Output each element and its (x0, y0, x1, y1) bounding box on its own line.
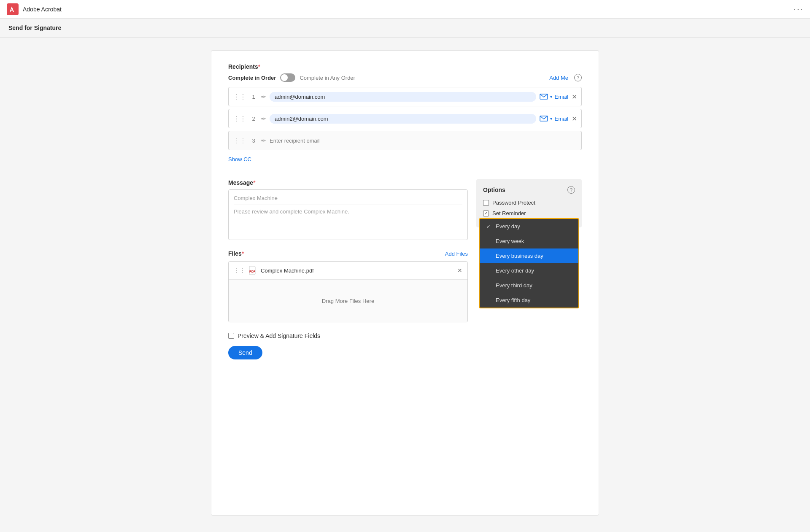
message-box[interactable]: Complex Machine Please review and comple… (228, 189, 468, 240)
set-reminder-section: Set Reminder ✓ Every day Every week (483, 210, 575, 216)
bottom-section: Preview & Add Signature Fields Send (228, 332, 468, 359)
reminder-label-every-other-day: Every other day (496, 267, 534, 274)
recipients-label: Recipients (228, 63, 258, 70)
checkmark-icon: ✓ (486, 224, 492, 230)
svg-text:PDF: PDF (249, 270, 256, 273)
drag-handle-icon-3: ⋮⋮ (233, 137, 246, 145)
app-title: Adobe Acrobat (23, 6, 62, 13)
reminder-item-every-business-day[interactable]: Every business day (480, 248, 578, 263)
options-panel: Options ? Password Protect Set Reminder (476, 179, 582, 227)
complete-in-order-label: Complete in Order (228, 75, 276, 81)
set-reminder-checkbox[interactable] (483, 211, 489, 216)
recipients-section: Recipients* Complete in Order Complete i… (228, 63, 582, 171)
recipient-email-chip-2[interactable]: admin2@domain.com (270, 114, 536, 124)
reminder-label-every-day: Every day (496, 223, 520, 230)
recipient-row-1: ⋮⋮ 1 ✒ admin@domain.com ▾ Email ✕ (228, 87, 582, 106)
required-indicator: * (258, 63, 260, 70)
reminder-item-every-other-day[interactable]: Every other day (480, 263, 578, 278)
show-cc-link[interactable]: Show CC (228, 156, 251, 162)
page-header: Send for Signature (0, 19, 810, 38)
titlebar: Adobe Acrobat ··· (0, 0, 810, 19)
recipient-type-label-2: Email (554, 116, 568, 122)
reminder-dropdown: ✓ Every day Every week Every business da… (479, 218, 579, 308)
files-area: ⋮⋮ PDF Complex Machine.pdf ✕ Drag More F… (228, 261, 468, 322)
files-required: * (242, 250, 244, 257)
preview-label: Preview & Add Signature Fields (238, 332, 320, 339)
recipient-number-3: 3 (250, 138, 257, 144)
pdf-icon: PDF (249, 266, 257, 275)
files-header: Files* Add Files (228, 250, 468, 257)
options-title: Options (483, 186, 505, 193)
add-me-help-icon[interactable]: ? (574, 74, 582, 81)
message-section: Message* Complex Machine Please review a… (228, 179, 468, 240)
acrobat-logo-icon (7, 3, 19, 15)
file-row-1: ⋮⋮ PDF Complex Machine.pdf ✕ (229, 262, 467, 280)
complete-order-row: Complete in Order Complete in Any Order … (228, 73, 582, 82)
reminder-label-every-fifth-day: Every fifth day (496, 297, 530, 303)
set-reminder-label: Set Reminder (492, 210, 526, 216)
recipient-type-1[interactable]: ▾ Email (540, 94, 568, 100)
options-header: Options ? (483, 186, 575, 194)
recipient-type-label-1: Email (554, 94, 568, 100)
add-me-link[interactable]: Add Me (549, 75, 568, 81)
recipient-row-2: ⋮⋮ 2 ✒ admin2@domain.com ▾ Email ✕ (228, 109, 582, 128)
add-files-link[interactable]: Add Files (445, 251, 468, 257)
page-title: Send for Signature (8, 24, 61, 31)
email-icon-1 (540, 94, 548, 100)
preview-row: Preview & Add Signature Fields (228, 332, 468, 339)
message-label: Message (228, 179, 253, 186)
recipient-email-input-3[interactable] (270, 138, 577, 144)
recipient-number-1: 1 (250, 94, 257, 100)
reminder-label-every-third-day: Every third day (496, 282, 532, 289)
recipient-type-2[interactable]: ▾ Email (540, 116, 568, 122)
recipient-email-chip-1[interactable]: admin@domain.com (270, 92, 536, 102)
set-reminder-row: Set Reminder (483, 210, 575, 216)
titlebar-left: Adobe Acrobat (7, 3, 62, 15)
main-content: Recipients* Complete in Order Complete i… (0, 38, 810, 532)
remove-recipient-2[interactable]: ✕ (572, 115, 577, 123)
email-icon-2 (540, 116, 548, 122)
message-required: * (253, 179, 255, 186)
options-help-icon[interactable]: ? (567, 186, 575, 194)
reminder-item-every-day[interactable]: ✓ Every day (480, 219, 578, 234)
type-chevron-2: ▾ (550, 116, 552, 121)
message-subject: Complex Machine (234, 195, 462, 205)
password-protect-checkbox[interactable] (483, 200, 489, 206)
toggle-knob (281, 74, 288, 81)
pen-icon-1: ✒ (261, 93, 266, 101)
recipient-number-2: 2 (250, 116, 257, 122)
recipient-row-3: ⋮⋮ 3 ✒ (228, 131, 582, 150)
complete-order-toggle[interactable] (280, 73, 295, 82)
drag-more-label: Drag More Files Here (322, 298, 374, 304)
pen-icon-2: ✒ (261, 115, 266, 123)
recipients-header: Recipients* (228, 63, 582, 70)
file-name: Complex Machine.pdf (261, 267, 454, 274)
file-close-button[interactable]: ✕ (457, 267, 462, 274)
type-chevron-1: ▾ (550, 95, 552, 99)
files-label: Files (228, 250, 242, 257)
message-options-wrapper: Message* Complex Machine Please review a… (228, 179, 582, 359)
files-section: Files* Add Files ⋮⋮ PDF Complex Machine.… (228, 250, 468, 322)
more-options-button[interactable]: ··· (794, 4, 803, 14)
password-protect-row: Password Protect (483, 200, 575, 206)
pen-icon-3: ✒ (261, 137, 266, 145)
complete-in-any-order-label: Complete in Any Order (300, 75, 355, 81)
drag-handle-icon[interactable]: ⋮⋮ (233, 93, 246, 101)
preview-checkbox[interactable] (228, 333, 234, 339)
form-container: Recipients* Complete in Order Complete i… (211, 50, 599, 516)
reminder-item-every-week[interactable]: Every week (480, 234, 578, 248)
reminder-item-every-fifth-day[interactable]: Every fifth day (480, 293, 578, 308)
left-column: Message* Complex Machine Please review a… (228, 179, 468, 359)
recipients-label-group: Recipients* (228, 63, 260, 70)
remove-recipient-1[interactable]: ✕ (572, 93, 577, 101)
reminder-label-every-week: Every week (496, 238, 524, 244)
drag-handle-icon-2[interactable]: ⋮⋮ (233, 115, 246, 123)
reminder-item-every-third-day[interactable]: Every third day (480, 278, 578, 293)
reminder-label-every-business-day: Every business day (496, 253, 543, 259)
message-body: Please review and complete Complex Machi… (234, 208, 462, 215)
drag-drop-zone[interactable]: Drag More Files Here (229, 280, 467, 322)
password-protect-label: Password Protect (492, 200, 535, 206)
file-drag-handle[interactable]: ⋮⋮ (234, 267, 246, 274)
send-button[interactable]: Send (228, 346, 262, 359)
